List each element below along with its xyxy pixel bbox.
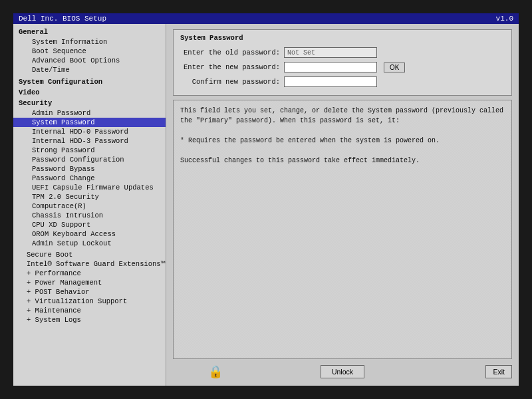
menu-password-config[interactable]: Password Configuration — [13, 155, 166, 164]
new-password-label: Enter the new password: — [180, 63, 280, 71]
left-panel: General System Information Boot Sequence… — [13, 24, 166, 386]
menu-system-password[interactable]: System Password — [13, 118, 166, 127]
bios-title: Dell Inc. BIOS Setup — [19, 15, 106, 23]
old-password-label: Enter the old password: — [180, 49, 280, 57]
unlock-button[interactable]: Unlock — [321, 365, 364, 378]
menu-virtualization[interactable]: + Virtualization Support — [13, 297, 166, 306]
confirm-password-label: Confirm new password: — [180, 78, 280, 86]
menu-cpu-xd[interactable]: CPU XD Support — [13, 220, 166, 229]
menu-performance[interactable]: + Performance — [13, 269, 166, 278]
bios-screen: Dell Inc. BIOS Setup v1.0 General System… — [13, 13, 519, 386]
menu-chassis-intrusion[interactable]: Chassis Intrusion — [13, 211, 166, 220]
new-password-input[interactable] — [284, 62, 377, 72]
section-general: General — [13, 27, 166, 37]
menu-internal-hdd0-password[interactable]: Internal HDD-0 Password — [13, 127, 166, 136]
exit-button[interactable]: Exit — [485, 365, 512, 378]
system-password-dialog: System Password Enter the old password: … — [173, 29, 512, 96]
bios-content: General System Information Boot Sequence… — [13, 24, 519, 386]
footer-actions: 🔒 Unlock Exit — [173, 363, 512, 380]
bios-version: v1.0 — [496, 15, 513, 23]
old-password-placeholder: Not Set — [284, 47, 377, 58]
confirm-password-row: Confirm new password: — [180, 76, 505, 87]
menu-uefi-capsule[interactable]: UEFI Capsule Firmware Updates — [13, 183, 166, 192]
menu-intel-sgx[interactable]: Intel® Software Guard Extensions™ — [13, 259, 166, 269]
menu-advanced-boot-options[interactable]: Advanced Boot Options — [13, 56, 166, 65]
menu-admin-password[interactable]: Admin Password — [13, 108, 166, 118]
new-password-row: Enter the new password: OK — [180, 62, 505, 72]
description-box: This field lets you set, change, or dele… — [173, 100, 512, 359]
description-text: This field lets you set, change, or dele… — [180, 106, 505, 166]
menu-system-information[interactable]: System Information — [13, 37, 166, 47]
menu-date-time[interactable]: Date/Time — [13, 65, 166, 74]
bios-header: Dell Inc. BIOS Setup v1.0 — [13, 13, 519, 24]
menu-secure-boot[interactable]: Secure Boot — [13, 250, 166, 259]
menu-internal-hdd3-password[interactable]: Internal HDD-3 Password — [13, 136, 166, 146]
menu-tpm[interactable]: TPM 2.0 Security — [13, 192, 166, 201]
old-password-row: Enter the old password: Not Set — [180, 47, 505, 58]
menu-computrace[interactable]: Computrace(R) — [13, 201, 166, 211]
section-system-config: System Configuration — [13, 76, 166, 87]
dialog-title: System Password — [180, 34, 505, 42]
section-video: Video — [13, 87, 166, 98]
lock-icon: 🔒 — [173, 364, 258, 379]
menu-password-bypass[interactable]: Password Bypass — [13, 164, 166, 174]
menu-system-logs[interactable]: + System Logs — [13, 315, 166, 325]
menu-post-behavior[interactable]: + POST Behavior — [13, 287, 166, 297]
section-security: Security — [13, 98, 166, 108]
menu-boot-sequence[interactable]: Boot Sequence — [13, 47, 166, 56]
right-panel: System Password Enter the old password: … — [166, 24, 519, 386]
menu-strong-password[interactable]: Strong Password — [13, 146, 166, 155]
menu-password-change[interactable]: Password Change — [13, 174, 166, 183]
menu-maintenance[interactable]: + Maintenance — [13, 306, 166, 315]
confirm-password-input[interactable] — [284, 76, 377, 87]
ok-button[interactable]: OK — [384, 63, 405, 72]
menu-orom-keyboard[interactable]: OROM Keyboard Access — [13, 229, 166, 239]
menu-admin-lockout[interactable]: Admin Setup Lockout — [13, 239, 166, 248]
menu-power-management[interactable]: + Power Management — [13, 278, 166, 287]
